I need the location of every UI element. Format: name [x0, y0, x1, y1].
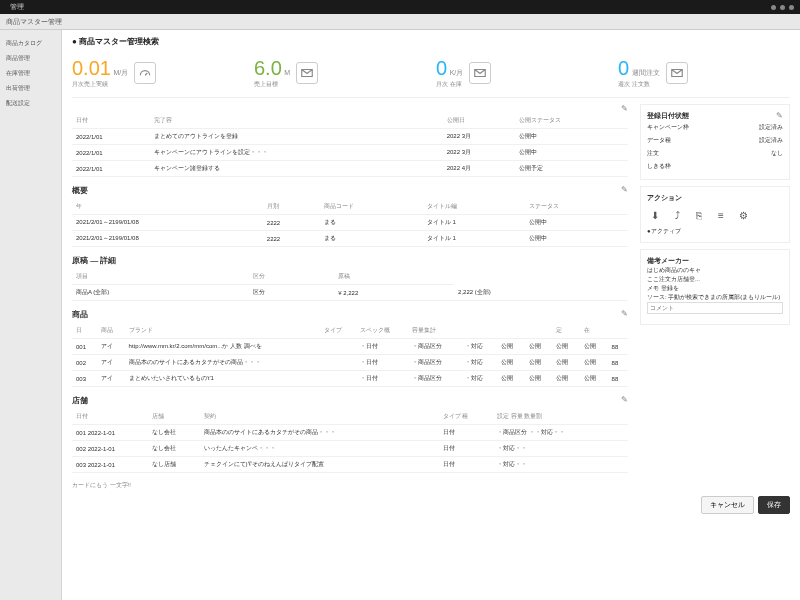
- settings-icon[interactable]: ⚙: [735, 207, 751, 223]
- table-activity: ✎ 日付完了容公開日公開ステータス2022/1/01まとめてのアウトラインを登録…: [72, 104, 628, 177]
- breadcrumb: ● 商品マスター管理検索: [72, 36, 790, 47]
- table-stores: ✎ 店舗 日付店舗契約タイプ 種設定 容量 数量割001 2022-1-01なし…: [72, 395, 628, 473]
- barcode-icon[interactable]: ≡: [713, 207, 729, 223]
- sidebar-item-product[interactable]: 商品管理: [4, 51, 57, 66]
- window-min-icon[interactable]: [771, 5, 776, 10]
- table-row[interactable]: 2022/1/01キャンペーン諸登録する2022 4月公開予定: [72, 161, 628, 177]
- edit-icon[interactable]: ✎: [621, 309, 628, 318]
- cancel-button[interactable]: キャンセル: [701, 496, 754, 514]
- table-draft: 原稿 — 詳細 項目区分原稿商品A (全部)区分¥ 2,2222,222 (全部…: [72, 255, 628, 301]
- notes-panel: 備考メーカー はじめ商品ののキャここ注文カ店舗登...メモ 登録をソース: 手動…: [640, 249, 790, 325]
- tab-active[interactable]: 商品マスター管理: [6, 17, 62, 27]
- download-icon[interactable]: ⬇: [647, 207, 663, 223]
- table-row[interactable]: 2022/1/01まとめてのアウトラインを登録2022 3月公開中: [72, 129, 628, 145]
- edit-icon[interactable]: ✎: [621, 104, 628, 113]
- sidebar-item-stock[interactable]: 在庫管理: [4, 66, 57, 81]
- table-row[interactable]: 002 2022-1-01なし会社いったんたキャンペ・・・日付・対応・・: [72, 441, 628, 457]
- table-row[interactable]: 商品A (全部)区分¥ 2,2222,222 (全部): [72, 285, 628, 301]
- metric-sales: 0.01 M/月 月次売上実績: [72, 57, 244, 89]
- table-row[interactable]: 003アイまとめいたいされているもの't'1・日付・商品区分・対応公開公開公開公…: [72, 371, 628, 387]
- comment-input[interactable]: [647, 302, 783, 314]
- envelope-icon: [666, 62, 688, 84]
- sidebar-item-catalog[interactable]: 商品カタログ: [4, 36, 57, 51]
- sidebar-item-ship[interactable]: 出荷管理: [4, 81, 57, 96]
- table-row[interactable]: 001 2022-1-01なし会社商品本ののサイトにあるカタチがその商品・・・日…: [72, 425, 628, 441]
- envelope-icon: [296, 62, 318, 84]
- share-icon[interactable]: ⤴: [669, 207, 685, 223]
- table-row[interactable]: 003 2022-1-01なし店舗チェクインにて)∇そのねえんばりタイプ配置日付…: [72, 457, 628, 473]
- window-max-icon[interactable]: [780, 5, 785, 10]
- envelope-icon: [469, 62, 491, 84]
- sidebar-item-delivery[interactable]: 配送設定: [4, 96, 57, 111]
- table-row[interactable]: 001アイhttp://www.mm.kr/2.com/mm/com...か 人…: [72, 339, 628, 355]
- edit-icon[interactable]: ✎: [776, 111, 783, 120]
- gauge-icon: [134, 62, 156, 84]
- table-products: ✎ 商品 日商品ブランドタイプスペック概容量集計定在001アイhttp://ww…: [72, 309, 628, 387]
- metric-target: 6.0 M 売上目標: [254, 57, 426, 89]
- metric-stock: 0 K/月 月次 在庫: [436, 57, 608, 89]
- app-title: 管理: [10, 2, 24, 12]
- sidebar: 商品カタログ 商品管理 在庫管理 出荷管理 配送設定: [0, 30, 62, 600]
- edit-icon[interactable]: ✎: [621, 395, 628, 404]
- summary-line: カードにもう 一文字!!: [72, 481, 628, 490]
- table-row[interactable]: 2021/2/01～2199/01/082222まるタイトル 1公開中: [72, 215, 628, 231]
- table-row[interactable]: 002アイ商品本ののサイトにあるカタチがその商品・・・・日付・商品区分・対応公開…: [72, 355, 628, 371]
- save-button[interactable]: 保存: [758, 496, 790, 514]
- status-panel: ✎ 登録日付状態 キャンペーン枠設定済みデータ種設定済み注文なししきる枠: [640, 104, 790, 180]
- table-row[interactable]: 2021/2/01～2199/01/082222まるタイトル 1公開中: [72, 231, 628, 247]
- window-close-icon[interactable]: [789, 5, 794, 10]
- metric-orders: 0 週間注文 週次 注文数: [618, 57, 790, 89]
- table-row[interactable]: 2022/1/01キャンペーンにアウトラインを設定・・・2022 3月公開中: [72, 145, 628, 161]
- action-panel: アクション ⬇ ⤴ ⎘ ≡ ⚙ ●アクティブ: [640, 186, 790, 243]
- table-overview: ✎ 概要 年月別商品コードタイトル編ステータス2021/2/01～2199/01…: [72, 185, 628, 247]
- copy-icon[interactable]: ⎘: [691, 207, 707, 223]
- edit-icon[interactable]: ✎: [621, 185, 628, 194]
